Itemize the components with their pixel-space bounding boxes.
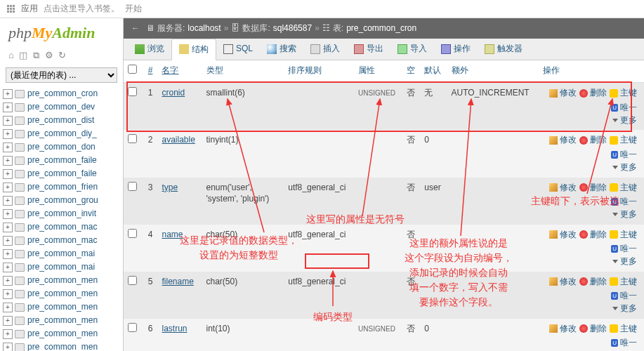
row-check[interactable] xyxy=(128,323,137,332)
phpmyadmin-logo[interactable]: phpMyAdmin xyxy=(0,18,123,48)
unique-link[interactable]: U唯一 xyxy=(611,243,637,255)
tree-item[interactable]: +pre_common_mai xyxy=(3,247,123,260)
expand-icon[interactable]: + xyxy=(3,156,13,166)
edit-link[interactable]: 修改 xyxy=(549,134,577,146)
tab-import[interactable]: 导入 xyxy=(390,39,434,60)
row-check[interactable] xyxy=(128,182,137,191)
tree-item[interactable]: +pre_common_dev xyxy=(3,100,123,114)
expand-icon[interactable]: + xyxy=(3,102,13,112)
unique-link[interactable]: U唯一 xyxy=(611,196,637,208)
primary-key-link[interactable]: 主键 xyxy=(610,229,637,241)
more-link[interactable]: 更多 xyxy=(612,208,637,220)
delete-link[interactable]: 删除 xyxy=(579,134,607,146)
row-check[interactable] xyxy=(128,87,137,96)
tree-item[interactable]: +pre_common_mac xyxy=(3,234,123,247)
primary-key-link[interactable]: 主键 xyxy=(610,134,637,146)
tree-item[interactable]: +pre_common_cron xyxy=(3,87,123,100)
delete-link[interactable]: 删除 xyxy=(579,182,607,194)
tree-item[interactable]: +pre_common_faile xyxy=(3,154,123,167)
expand-icon[interactable]: + xyxy=(3,196,13,206)
expand-icon[interactable]: + xyxy=(3,209,13,219)
primary-key-link[interactable]: 主键 xyxy=(610,276,637,288)
expand-icon[interactable]: + xyxy=(3,276,13,286)
row-check[interactable] xyxy=(128,276,137,285)
edit-link[interactable]: 修改 xyxy=(549,229,577,241)
delete-link[interactable]: 删除 xyxy=(579,276,607,288)
primary-key-link[interactable]: 主键 xyxy=(610,182,637,194)
edit-link[interactable]: 修改 xyxy=(549,276,577,288)
expand-icon[interactable]: + xyxy=(3,249,13,259)
unique-link[interactable]: U唯一 xyxy=(611,102,637,114)
col-name[interactable]: type xyxy=(162,183,178,192)
tree-item[interactable]: +pre_common_men xyxy=(3,314,123,327)
unique-link[interactable]: U唯一 xyxy=(611,290,637,302)
row-check[interactable] xyxy=(128,229,137,238)
tree-item[interactable]: +pre_common_grou xyxy=(3,194,123,207)
expand-icon[interactable]: + xyxy=(3,329,13,339)
more-link[interactable]: 更多 xyxy=(612,256,637,267)
expand-icon[interactable]: + xyxy=(3,316,13,326)
unique-link[interactable]: U唯一 xyxy=(611,149,637,161)
start-link[interactable]: 开始 xyxy=(125,3,142,15)
primary-key-link[interactable]: 主键 xyxy=(610,323,637,335)
crumb-server[interactable]: localhost xyxy=(188,22,221,34)
crumb-table[interactable]: pre_common_cron xyxy=(346,22,416,34)
tab-triggers[interactable]: 触发器 xyxy=(478,39,530,60)
delete-link[interactable]: 删除 xyxy=(579,323,607,335)
tree-item[interactable]: +pre_common_frien xyxy=(3,180,123,194)
tab-operations[interactable]: 操作 xyxy=(434,39,478,60)
tree-item[interactable]: +pre_common_men xyxy=(3,300,123,314)
expand-icon[interactable]: + xyxy=(3,236,13,246)
primary-key-link[interactable]: 主键 xyxy=(610,87,637,99)
more-link[interactable]: 更多 xyxy=(612,114,637,126)
tree-item[interactable]: +pre_common_don xyxy=(3,140,123,154)
expand-icon[interactable]: + xyxy=(3,129,13,139)
tab-structure[interactable]: 结构 xyxy=(171,39,216,60)
expand-icon[interactable]: + xyxy=(3,169,13,179)
unique-link[interactable]: U唯一 xyxy=(611,337,637,349)
col-name[interactable]: cronid xyxy=(162,88,185,98)
expand-icon[interactable]: + xyxy=(3,223,13,232)
edit-link[interactable]: 修改 xyxy=(549,323,577,335)
nav-collapse-icon[interactable]: ← xyxy=(131,23,140,33)
tab-insert[interactable]: 插入 xyxy=(303,39,347,60)
delete-link[interactable]: 删除 xyxy=(579,87,607,99)
recent-tables-select[interactable]: (最近使用的表) ... xyxy=(6,67,117,83)
apps-label[interactable]: 应用 xyxy=(21,3,38,15)
check-all[interactable] xyxy=(128,65,137,74)
tree-item[interactable]: +pre_common_men xyxy=(3,327,123,340)
tree-item[interactable]: +pre_common_mai xyxy=(3,260,123,274)
col-name[interactable]: filename xyxy=(162,277,193,286)
tab-sql[interactable]: SQL xyxy=(216,39,260,60)
expand-icon[interactable]: + xyxy=(3,143,13,152)
tree-item[interactable]: +pre_common_faile xyxy=(3,167,123,180)
expand-icon[interactable]: + xyxy=(3,343,13,351)
tab-browse[interactable]: 浏览 xyxy=(128,39,171,60)
more-link[interactable]: 更多 xyxy=(612,303,637,314)
col-name[interactable]: name xyxy=(162,230,183,239)
crumb-db[interactable]: sql486587 xyxy=(273,22,312,34)
expand-icon[interactable]: + xyxy=(3,289,13,299)
col-name[interactable]: lastrun xyxy=(162,324,187,333)
sidebar-toolbar[interactable]: ⌂ ◫ ⧉ ⚙ ↻ xyxy=(0,48,123,66)
tree-item[interactable]: +pre_common_men xyxy=(3,340,123,351)
tree-item[interactable]: +pre_common_men xyxy=(3,274,123,287)
tree-item[interactable]: +pre_common_men xyxy=(3,287,123,300)
edit-link[interactable]: 修改 xyxy=(549,87,577,99)
expand-icon[interactable]: + xyxy=(3,303,13,312)
tree-item[interactable]: +pre_common_diy_ xyxy=(3,127,123,140)
expand-icon[interactable]: + xyxy=(3,263,13,272)
expand-icon[interactable]: + xyxy=(3,183,13,192)
delete-link[interactable]: 删除 xyxy=(579,229,607,241)
expand-icon[interactable]: + xyxy=(3,89,13,99)
tree-item[interactable]: +pre_common_dist xyxy=(3,114,123,127)
tree-item[interactable]: +pre_common_invit xyxy=(3,207,123,220)
apps-grid-icon[interactable] xyxy=(7,5,15,13)
tab-search[interactable]: 搜索 xyxy=(260,39,303,60)
expand-icon[interactable]: + xyxy=(3,116,13,126)
edit-link[interactable]: 修改 xyxy=(549,182,577,194)
tree-item[interactable]: +pre_common_mac xyxy=(3,220,123,234)
tab-export[interactable]: 导出 xyxy=(347,39,390,60)
row-check[interactable] xyxy=(128,134,137,143)
more-link[interactable]: 更多 xyxy=(612,161,637,173)
